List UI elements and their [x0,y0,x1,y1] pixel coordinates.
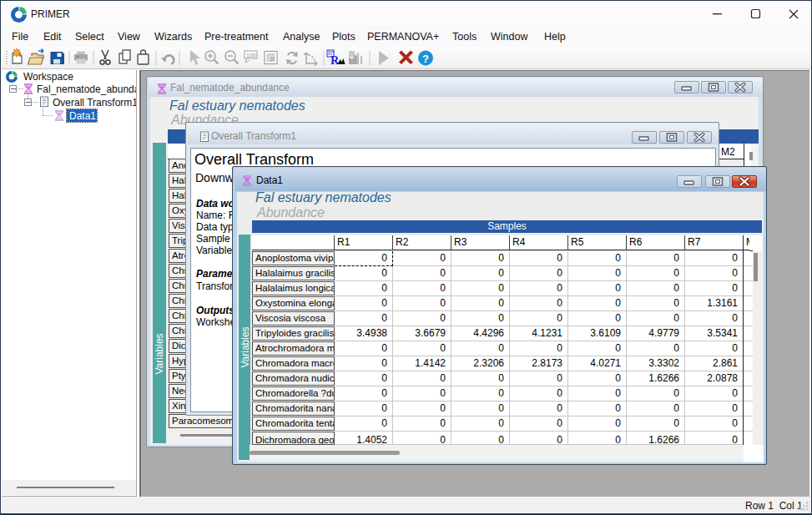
svg-text:R: R [330,54,340,67]
svg-text:100: 100 [246,53,256,58]
svg-text:?: ? [422,53,429,65]
